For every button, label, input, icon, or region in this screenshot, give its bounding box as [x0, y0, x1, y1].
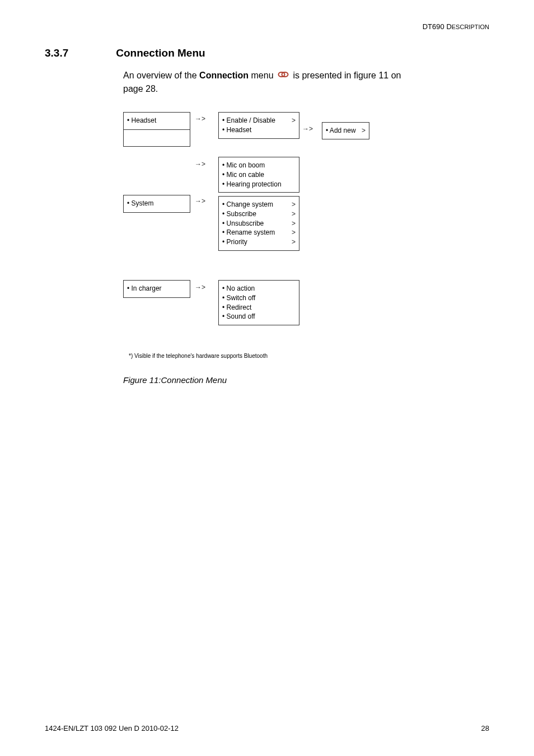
- list-item: • Unsubscribe>: [222, 219, 296, 228]
- footer-page-number: 28: [481, 724, 489, 732]
- list-item: • Headset: [127, 116, 186, 125]
- list-item: • Switch off: [222, 293, 296, 303]
- list-item: • Sound off: [222, 312, 296, 321]
- menu-diagram: • Bluetooth* • Headset • System • In cha…: [123, 112, 392, 347]
- list-item: • Subscribe>: [222, 209, 296, 219]
- footer-doc-id: 1424-EN/LZT 103 092 Uen D 2010-02-12: [45, 724, 179, 732]
- list-item: • Mic on boom: [222, 161, 296, 170]
- list-item: • In charger: [127, 284, 186, 293]
- addnew-box: • Add new>: [322, 122, 369, 139]
- col1-headset-box: • Headset: [123, 112, 190, 130]
- section-title: Connection Menu: [116, 47, 205, 59]
- list-item: • Rename system>: [222, 228, 296, 237]
- system-submenu-box: • Change system> • Subscribe> • Unsubscr…: [218, 196, 299, 251]
- list-item: • Redirect: [222, 303, 296, 312]
- col1-system-box: • System: [123, 195, 190, 213]
- section-heading: 3.3.7 Connection Menu: [45, 47, 205, 59]
- arrow-icon: →>: [195, 115, 205, 123]
- arrow-icon: →>: [195, 197, 205, 205]
- header-desc-rest: ESCRIPTION: [452, 24, 489, 30]
- bluetooth-submenu-box: • Enable / Disable> • Headset: [218, 112, 299, 139]
- list-item: • No action: [222, 284, 296, 293]
- arrow-icon: →>: [195, 160, 205, 168]
- incharger-submenu-box: • No action • Switch off • Redirect • So…: [218, 280, 299, 325]
- menu-name-bold: Connection: [199, 71, 249, 80]
- overview-text: An overview of the Connection menu is pr…: [123, 69, 493, 96]
- chain-links-icon: [277, 69, 289, 83]
- list-item: • Enable / Disable>: [222, 116, 296, 125]
- list-item: • Headset: [222, 125, 296, 135]
- list-item: • Mic on cable: [222, 170, 296, 180]
- list-item: • Priority>: [222, 237, 296, 247]
- header-desc-cap: D: [446, 22, 451, 31]
- list-item: • Add new>: [326, 126, 366, 136]
- list-item: • Change system>: [222, 200, 296, 209]
- list-item: • System: [127, 199, 186, 208]
- bluetooth-footnote: *) Visible if the telephone's hardware s…: [129, 353, 268, 359]
- header-product: DT690: [423, 22, 444, 31]
- section-number: 3.3.7: [45, 47, 68, 59]
- headset-submenu-box: • Mic on boom • Mic on cable • Hearing p…: [218, 157, 299, 193]
- page-header: DT690 DESCRIPTION: [423, 22, 489, 31]
- arrow-icon: →>: [302, 125, 313, 133]
- list-item: • Hearing protection: [222, 180, 296, 189]
- col1-incharger-box: • In charger: [123, 280, 190, 298]
- figure-caption: Figure 11:Connection Menu: [123, 375, 227, 385]
- arrow-icon: →>: [195, 283, 205, 291]
